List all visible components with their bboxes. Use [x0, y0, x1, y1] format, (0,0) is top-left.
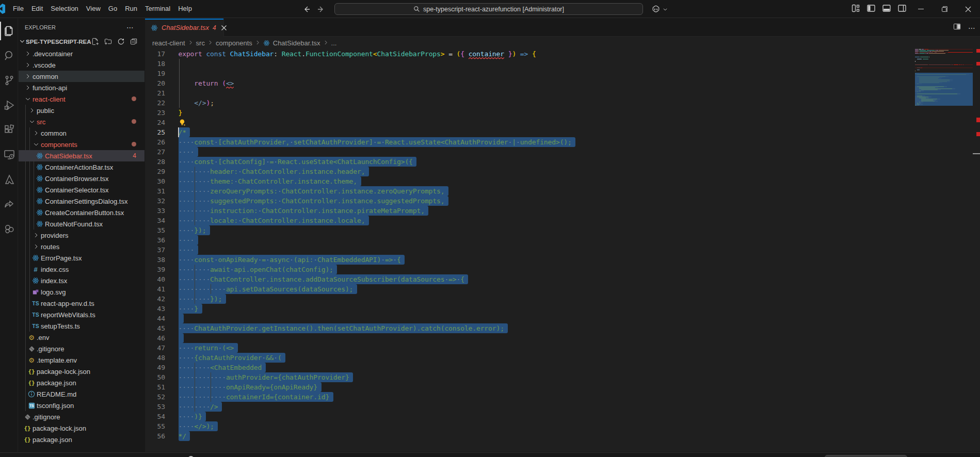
nav-back-button[interactable]	[302, 5, 311, 13]
tree-folder-react-client[interactable]: react-client	[19, 93, 144, 105]
copilot-button[interactable]	[651, 3, 668, 15]
menu-terminal[interactable]: Terminal	[141, 2, 174, 15]
nav-forward-button[interactable]	[317, 5, 325, 13]
activity-explorer-icon[interactable]	[0, 19, 18, 43]
tree-file-chatsidebar-tsx[interactable]: ChatSidebar.tsx4	[19, 150, 144, 161]
tree-file-reportwebvitals-ts[interactable]: TSreportWebVitals.ts	[19, 309, 144, 320]
tree-folder-common[interactable]: common	[19, 127, 144, 139]
activity-live-share-icon[interactable]	[0, 192, 18, 217]
tree-file-index-tsx[interactable]: index.tsx	[19, 275, 144, 286]
tree-file-package-json[interactable]: {}package.json	[19, 377, 144, 388]
menu-edit[interactable]: Edit	[27, 2, 46, 15]
window-controls	[909, 0, 980, 18]
new-file-button[interactable]	[91, 38, 99, 46]
tree-file-tsconfig-json[interactable]: TStsconfig.json	[19, 400, 144, 411]
line-number: 56	[145, 431, 165, 441]
tree-item-label: .vscode	[33, 61, 56, 69]
activity-source-control-icon[interactable]	[0, 68, 18, 93]
command-center-search[interactable]: spe-typescript-react-azurefunction [Admi…	[334, 3, 643, 15]
menu-go[interactable]: Go	[104, 2, 121, 15]
breadcrumb-item[interactable]: react-client	[152, 39, 185, 47]
tree-file-routenotfound-tsx[interactable]: RouteNotFound.tsx	[19, 218, 144, 230]
tree-file-index-css[interactable]: #index.css	[19, 264, 144, 275]
tree-file-createcontainerbutton-tsx[interactable]: CreateContainerButton.tsx	[19, 207, 144, 218]
tree-folder-providers[interactable]: providers	[19, 230, 144, 241]
activity-spe-icon[interactable]	[0, 217, 18, 241]
menu-run[interactable]: Run	[121, 2, 141, 15]
tree-folder--devcontainer[interactable]: .devcontainer	[19, 48, 144, 59]
tree-file-package-lock-json[interactable]: {}package-lock.json	[19, 422, 144, 434]
toggle-panel-button[interactable]	[882, 4, 891, 14]
tree-folder--vscode[interactable]: .vscode	[19, 59, 144, 71]
breadcrumb-item[interactable]: src	[196, 39, 205, 47]
minimap-line	[927, 50, 935, 51]
tree-file-containeractionbar-tsx[interactable]: ContainerActionBar.tsx	[19, 161, 144, 173]
tree-item-label: ContainerSelector.tsx	[45, 186, 109, 194]
tree-file-react-app-env-d-ts[interactable]: TSreact-app-env.d.ts	[19, 298, 144, 309]
customize-layout-button[interactable]	[852, 4, 860, 14]
breadcrumb-item[interactable]: components	[216, 39, 252, 47]
line-number: 35	[145, 225, 165, 235]
activity-extensions-icon[interactable]	[0, 118, 18, 142]
restore-button[interactable]	[933, 0, 956, 18]
minimize-button[interactable]	[909, 0, 933, 18]
tab-close-button[interactable]	[221, 25, 227, 31]
toggle-primary-sidebar-button[interactable]	[867, 4, 875, 14]
line-number: 32	[145, 196, 165, 206]
tree-file-containerbrowser-tsx[interactable]: ContainerBrowser.tsx	[19, 173, 144, 184]
minimap[interactable]	[915, 49, 973, 452]
minimap-line	[915, 105, 916, 105]
tree-file-package-json[interactable]: {}package.json	[19, 434, 144, 445]
tree-folder-src[interactable]: src	[19, 116, 144, 127]
editor-more-actions-button[interactable]: ⋯	[968, 24, 976, 32]
activity-azure-icon[interactable]	[0, 167, 18, 192]
tree-folder-function-api[interactable]: function-api	[19, 82, 144, 93]
ruler-error-mark	[976, 118, 980, 122]
tree-file-readme-md[interactable]: README.md	[19, 388, 144, 400]
tree-folder-components[interactable]: components	[19, 139, 144, 150]
tree-file-setuptests-ts[interactable]: TSsetupTests.ts	[19, 320, 144, 332]
tree-file--env[interactable]: ⚙.env	[19, 332, 144, 343]
activity-remote-explorer-icon[interactable]	[0, 142, 18, 167]
explorer-section-header[interactable]: SPE-TYPESCRIPT-REAC...	[19, 36, 144, 47]
tree-file-containersettingsdialog-tsx[interactable]: ContainerSettingsDialog.tsx	[19, 195, 144, 207]
tree-folder-common[interactable]: common	[19, 71, 144, 82]
tree-folder-public[interactable]: public	[19, 105, 144, 116]
refresh-button[interactable]	[117, 38, 125, 46]
menu-view[interactable]: View	[82, 2, 104, 15]
chevron-right-icon	[24, 50, 32, 58]
activity-run-debug-icon[interactable]	[0, 93, 18, 118]
minimap-line	[920, 50, 926, 51]
tree-file--gitignore[interactable]: .gitignore	[19, 343, 144, 354]
collapse-all-button[interactable]	[130, 38, 138, 46]
toggle-secondary-sidebar-button[interactable]	[898, 4, 906, 14]
explorer-more-button[interactable]: ⋯	[126, 23, 134, 31]
tree-file-errorpage-tsx[interactable]: ErrorPage.tsx	[19, 252, 144, 264]
breadcrumb-item[interactable]: ...	[331, 39, 337, 47]
panel-scrollbar[interactable]	[825, 455, 907, 457]
tree-folder-routes[interactable]: routes	[19, 241, 144, 252]
line-number: 38	[145, 255, 165, 265]
tree-item-label: CreateContainerButton.tsx	[45, 209, 124, 217]
tree-file--gitignore[interactable]: .gitignore	[19, 411, 144, 422]
close-button[interactable]	[956, 0, 980, 18]
minimap-line	[915, 53, 918, 54]
chevron-right-icon	[188, 39, 194, 46]
minimap-line	[920, 57, 928, 57]
menu-selection[interactable]: Selection	[47, 2, 82, 15]
tree-file-package-lock-json[interactable]: {}package-lock.json	[19, 366, 144, 377]
tree-file-containerselector-tsx[interactable]: ContainerSelector.tsx	[19, 184, 144, 195]
split-editor-button[interactable]	[953, 23, 961, 32]
minimap-line	[948, 52, 973, 53]
menu-help[interactable]: Help	[174, 2, 196, 15]
activity-search-icon[interactable]	[0, 43, 18, 68]
tree-file--template-env[interactable]: ⚙.template.env	[19, 354, 144, 366]
breadcrumb-item[interactable]: ChatSidebar.tsx	[273, 39, 320, 47]
code-line-43: }	[179, 304, 199, 314]
tab-chatsidebar[interactable]: ChatSidebar.tsx 4	[145, 19, 224, 37]
tree-file-logo-svg[interactable]: logo.svg	[19, 286, 144, 298]
new-folder-button[interactable]	[104, 38, 112, 46]
code-editor[interactable]: 17export const ChatSidebar: React.Functi…	[145, 49, 980, 452]
chevron-down-icon	[32, 141, 40, 149]
menu-file[interactable]: File	[9, 2, 28, 15]
